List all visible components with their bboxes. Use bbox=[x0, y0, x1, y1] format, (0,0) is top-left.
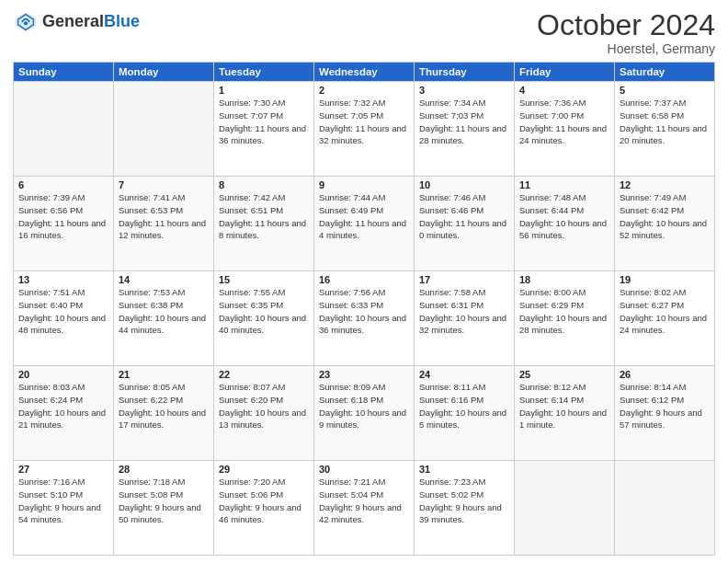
header: GeneralBlue October 2024 Hoerstel, Germa… bbox=[13, 9, 715, 56]
cell-details: Sunrise: 7:55 AMSunset: 6:35 PMDaylight:… bbox=[219, 286, 309, 337]
cell-details: Sunrise: 8:05 AMSunset: 6:22 PMDaylight:… bbox=[119, 381, 209, 431]
logo: GeneralBlue bbox=[13, 9, 140, 35]
day-number: 24 bbox=[419, 369, 509, 380]
cell-details: Sunrise: 7:56 AMSunset: 6:33 PMDaylight:… bbox=[319, 286, 409, 337]
cell-details: Sunrise: 8:11 AMSunset: 6:16 PMDaylight:… bbox=[419, 381, 509, 431]
day-number: 28 bbox=[119, 464, 209, 475]
cell-details: Sunrise: 7:18 AMSunset: 5:08 PMDaylight:… bbox=[119, 476, 209, 526]
cell-details: Sunrise: 8:14 AMSunset: 6:12 PMDaylight:… bbox=[620, 381, 710, 431]
calendar-cell: 6Sunrise: 7:39 AMSunset: 6:56 PMDaylight… bbox=[14, 177, 114, 271]
calendar-cell: 31Sunrise: 7:23 AMSunset: 5:02 PMDayligh… bbox=[415, 461, 515, 556]
logo-text: GeneralBlue bbox=[42, 13, 140, 31]
calendar-week-2: 6Sunrise: 7:39 AMSunset: 6:56 PMDaylight… bbox=[14, 177, 715, 271]
day-number: 10 bbox=[419, 179, 509, 190]
day-number: 3 bbox=[419, 85, 509, 96]
day-number: 21 bbox=[119, 369, 209, 380]
cell-details: Sunrise: 7:37 AMSunset: 6:58 PMDaylight:… bbox=[620, 97, 710, 147]
calendar-cell: 18Sunrise: 8:00 AMSunset: 6:29 PMDayligh… bbox=[515, 271, 615, 366]
day-number: 8 bbox=[219, 179, 309, 190]
calendar-cell: 10Sunrise: 7:46 AMSunset: 6:46 PMDayligh… bbox=[415, 177, 515, 271]
calendar-cell: 8Sunrise: 7:42 AMSunset: 6:51 PMDaylight… bbox=[214, 177, 314, 271]
calendar-week-3: 13Sunrise: 7:51 AMSunset: 6:40 PMDayligh… bbox=[14, 271, 715, 366]
cell-details: Sunrise: 7:23 AMSunset: 5:02 PMDaylight:… bbox=[419, 476, 509, 526]
month-title: October 2024 bbox=[537, 9, 715, 41]
day-number: 2 bbox=[319, 85, 409, 96]
calendar-cell: 23Sunrise: 8:09 AMSunset: 6:18 PMDayligh… bbox=[314, 366, 415, 461]
title-block: October 2024 Hoerstel, Germany bbox=[537, 9, 715, 56]
cell-details: Sunrise: 7:42 AMSunset: 6:51 PMDaylight:… bbox=[219, 191, 309, 242]
cell-details: Sunrise: 8:12 AMSunset: 6:14 PMDaylight:… bbox=[519, 381, 609, 431]
calendar-week-5: 27Sunrise: 7:16 AMSunset: 5:10 PMDayligh… bbox=[14, 461, 715, 556]
calendar-cell: 5Sunrise: 7:37 AMSunset: 6:58 PMDaylight… bbox=[615, 82, 715, 177]
cell-details: Sunrise: 7:49 AMSunset: 6:42 PMDaylight:… bbox=[620, 191, 710, 242]
calendar-week-1: 1Sunrise: 7:30 AMSunset: 7:07 PMDaylight… bbox=[14, 82, 715, 177]
day-number: 18 bbox=[519, 274, 609, 285]
calendar-cell: 12Sunrise: 7:49 AMSunset: 6:42 PMDayligh… bbox=[615, 177, 715, 271]
day-number: 7 bbox=[119, 179, 209, 190]
cell-details: Sunrise: 7:48 AMSunset: 6:44 PMDaylight:… bbox=[519, 191, 609, 242]
calendar-cell: 1Sunrise: 7:30 AMSunset: 7:07 PMDaylight… bbox=[214, 82, 314, 177]
calendar-header-wednesday: Wednesday bbox=[314, 63, 415, 82]
logo-general: General bbox=[42, 12, 104, 30]
calendar-cell bbox=[114, 82, 214, 177]
cell-details: Sunrise: 7:58 AMSunset: 6:31 PMDaylight:… bbox=[419, 286, 509, 337]
cell-details: Sunrise: 7:21 AMSunset: 5:04 PMDaylight:… bbox=[319, 476, 409, 526]
calendar-cell: 16Sunrise: 7:56 AMSunset: 6:33 PMDayligh… bbox=[314, 271, 415, 366]
calendar-cell: 14Sunrise: 7:53 AMSunset: 6:38 PMDayligh… bbox=[114, 271, 214, 366]
day-number: 19 bbox=[620, 274, 710, 285]
day-number: 29 bbox=[219, 464, 309, 475]
calendar-cell: 19Sunrise: 8:02 AMSunset: 6:27 PMDayligh… bbox=[615, 271, 715, 366]
calendar-cell: 20Sunrise: 8:03 AMSunset: 6:24 PMDayligh… bbox=[14, 366, 114, 461]
calendar-cell bbox=[515, 461, 615, 556]
calendar-cell: 26Sunrise: 8:14 AMSunset: 6:12 PMDayligh… bbox=[615, 366, 715, 461]
svg-point-2 bbox=[24, 21, 28, 25]
cell-details: Sunrise: 8:02 AMSunset: 6:27 PMDaylight:… bbox=[620, 286, 710, 337]
cell-details: Sunrise: 7:36 AMSunset: 7:00 PMDaylight:… bbox=[519, 97, 609, 147]
location: Hoerstel, Germany bbox=[537, 41, 715, 56]
calendar-cell: 21Sunrise: 8:05 AMSunset: 6:22 PMDayligh… bbox=[114, 366, 214, 461]
calendar-cell: 9Sunrise: 7:44 AMSunset: 6:49 PMDaylight… bbox=[314, 177, 415, 271]
day-number: 4 bbox=[519, 85, 609, 96]
calendar-cell: 25Sunrise: 8:12 AMSunset: 6:14 PMDayligh… bbox=[515, 366, 615, 461]
cell-details: Sunrise: 7:44 AMSunset: 6:49 PMDaylight:… bbox=[319, 191, 409, 242]
calendar-cell: 2Sunrise: 7:32 AMSunset: 7:05 PMDaylight… bbox=[314, 82, 415, 177]
calendar-week-4: 20Sunrise: 8:03 AMSunset: 6:24 PMDayligh… bbox=[14, 366, 715, 461]
calendar-cell: 15Sunrise: 7:55 AMSunset: 6:35 PMDayligh… bbox=[214, 271, 314, 366]
calendar-cell: 13Sunrise: 7:51 AMSunset: 6:40 PMDayligh… bbox=[14, 271, 114, 366]
calendar-header-row: SundayMondayTuesdayWednesdayThursdayFrid… bbox=[14, 63, 715, 82]
cell-details: Sunrise: 8:00 AMSunset: 6:29 PMDaylight:… bbox=[519, 286, 609, 337]
day-number: 9 bbox=[319, 179, 409, 190]
calendar-table: SundayMondayTuesdayWednesdayThursdayFrid… bbox=[13, 62, 715, 556]
cell-details: Sunrise: 7:39 AMSunset: 6:56 PMDaylight:… bbox=[18, 191, 108, 242]
day-number: 11 bbox=[519, 179, 609, 190]
day-number: 1 bbox=[219, 85, 309, 96]
day-number: 27 bbox=[18, 464, 108, 475]
day-number: 26 bbox=[620, 369, 710, 380]
calendar-header-thursday: Thursday bbox=[415, 63, 515, 82]
day-number: 30 bbox=[319, 464, 409, 475]
calendar-cell: 28Sunrise: 7:18 AMSunset: 5:08 PMDayligh… bbox=[114, 461, 214, 556]
cell-details: Sunrise: 8:03 AMSunset: 6:24 PMDaylight:… bbox=[18, 381, 108, 431]
cell-details: Sunrise: 7:41 AMSunset: 6:53 PMDaylight:… bbox=[119, 191, 209, 242]
calendar-header-friday: Friday bbox=[515, 63, 615, 82]
day-number: 17 bbox=[419, 274, 509, 285]
day-number: 15 bbox=[219, 274, 309, 285]
cell-details: Sunrise: 7:32 AMSunset: 7:05 PMDaylight:… bbox=[319, 97, 409, 147]
day-number: 12 bbox=[620, 179, 710, 190]
calendar-cell: 24Sunrise: 8:11 AMSunset: 6:16 PMDayligh… bbox=[415, 366, 515, 461]
day-number: 23 bbox=[319, 369, 409, 380]
calendar-cell: 22Sunrise: 8:07 AMSunset: 6:20 PMDayligh… bbox=[214, 366, 314, 461]
day-number: 20 bbox=[18, 369, 108, 380]
day-number: 22 bbox=[219, 369, 309, 380]
calendar-header-sunday: Sunday bbox=[14, 63, 114, 82]
calendar-cell: 30Sunrise: 7:21 AMSunset: 5:04 PMDayligh… bbox=[314, 461, 415, 556]
calendar-header-tuesday: Tuesday bbox=[214, 63, 314, 82]
day-number: 31 bbox=[419, 464, 509, 475]
cell-details: Sunrise: 7:53 AMSunset: 6:38 PMDaylight:… bbox=[119, 286, 209, 337]
cell-details: Sunrise: 8:09 AMSunset: 6:18 PMDaylight:… bbox=[319, 381, 409, 431]
calendar-header-monday: Monday bbox=[114, 63, 214, 82]
calendar-cell: 27Sunrise: 7:16 AMSunset: 5:10 PMDayligh… bbox=[14, 461, 114, 556]
day-number: 13 bbox=[18, 274, 108, 285]
calendar-cell: 11Sunrise: 7:48 AMSunset: 6:44 PMDayligh… bbox=[515, 177, 615, 271]
cell-details: Sunrise: 7:51 AMSunset: 6:40 PMDaylight:… bbox=[18, 286, 108, 337]
